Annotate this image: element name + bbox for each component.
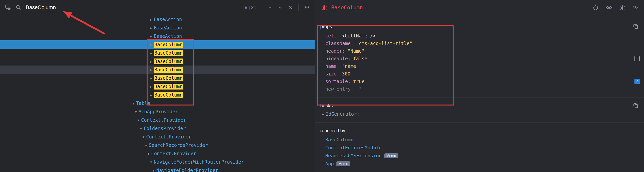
chevron-right-icon[interactable]: ▸ xyxy=(148,51,154,55)
rendered-by-item[interactable]: BaseColumn xyxy=(325,136,644,144)
chevron-down-icon[interactable]: ▾ xyxy=(148,160,154,164)
components-tree-panel: 8 | 21 ⚙ ▸ xyxy=(0,0,315,172)
search-input[interactable] xyxy=(24,4,242,10)
tree-row[interactable]: ▾ SearchRecordsProvider xyxy=(0,141,315,150)
chevron-down-icon[interactable]: ▾ xyxy=(133,110,138,114)
chevron-down-icon[interactable]: ▾ xyxy=(143,143,149,148)
prop-value[interactable]: <CellName /> xyxy=(342,33,376,38)
chevron-right-icon[interactable]: ▸ xyxy=(148,76,154,80)
tree-row[interactable]: ▾ AcoAppProvider xyxy=(0,108,315,116)
toolbar-divider xyxy=(298,4,299,11)
inspect-dom-button[interactable] xyxy=(605,3,613,12)
chevron-right-icon[interactable]: ▸ xyxy=(148,59,154,64)
tree-row[interactable]: ▸ BaseAction xyxy=(0,32,315,40)
prop-row[interactable]: size: 300 xyxy=(325,70,644,78)
code-brackets-icon xyxy=(632,4,638,10)
rendered-by-header: rendered by xyxy=(315,126,644,135)
react-devtools-window: 8 | 21 ⚙ ▸ xyxy=(0,0,644,172)
tree-row[interactable]: ▸ BaseColumn xyxy=(0,82,315,91)
selected-component-title: BaseColumn xyxy=(331,4,363,10)
component-details-panel: BaseColumn xyxy=(315,0,644,172)
prop-key: size: xyxy=(325,71,339,77)
tree-row[interactable]: ▸ BaseAction xyxy=(0,15,315,24)
component-name: Context.Provider xyxy=(146,134,191,140)
chevron-down-icon[interactable]: ▾ xyxy=(146,152,151,156)
tree-row-selected[interactable]: ▸ BaseColumn xyxy=(0,40,315,49)
gear-icon: ⚙ xyxy=(304,4,310,10)
tree-row[interactable]: ▾ FoldersProvider xyxy=(0,124,315,132)
prop-value[interactable]: false xyxy=(353,56,367,62)
component-name-match: BaseColumn xyxy=(154,92,183,98)
tree-row[interactable]: ▸ BaseColumn xyxy=(0,57,315,66)
owner-name[interactable]: HeadlessCMSExtension xyxy=(325,153,382,158)
tree-row[interactable]: ▾ Context.Provider xyxy=(0,150,315,158)
hook-row[interactable]: ▸ IdGenerator: xyxy=(315,110,644,118)
rendered-by-item[interactable]: App Memo xyxy=(325,160,644,168)
error-bug-icon xyxy=(320,3,328,12)
tree-toolbar: 8 | 21 ⚙ xyxy=(0,0,315,15)
prop-value[interactable]: "" xyxy=(356,86,362,92)
component-name: Context.Provider xyxy=(151,151,196,156)
prop-row[interactable]: name: "name" xyxy=(325,62,644,70)
chevron-right-icon[interactable]: ▸ xyxy=(148,17,154,22)
prop-key: cell: xyxy=(325,33,339,38)
chevron-right-icon[interactable]: ▸ xyxy=(148,93,154,97)
prop-value[interactable]: "name" xyxy=(342,64,359,69)
prop-row[interactable]: className: "cms-aco-list-title" xyxy=(325,40,644,47)
chevron-right-icon[interactable]: ▸ xyxy=(148,84,154,89)
timing-button[interactable] xyxy=(591,3,600,12)
chevron-down-icon[interactable]: ▾ xyxy=(141,135,146,139)
prop-row-new-entry[interactable]: new entry: "" xyxy=(325,85,644,93)
rendered-by-section: rendered by BaseColumn ContentEntriesMod… xyxy=(315,123,644,172)
next-match-button[interactable] xyxy=(276,3,284,12)
owner-name[interactable]: App xyxy=(325,161,334,166)
checkbox-checked[interactable]: ✓ xyxy=(634,79,640,84)
prop-row[interactable]: sortable: true ✓ xyxy=(325,78,644,85)
inspect-element-button[interactable] xyxy=(4,3,12,12)
owner-name[interactable]: ContentEntriesModule xyxy=(325,145,382,150)
owner-name[interactable]: BaseColumn xyxy=(325,137,354,142)
tree-row-hovered[interactable]: ▸ BaseColumn xyxy=(0,66,315,74)
bug-icon xyxy=(619,4,625,10)
tree-row[interactable]: ▾ Context.Provider xyxy=(0,116,315,124)
memo-badge: Memo xyxy=(384,153,398,158)
prop-key: sortable: xyxy=(325,79,351,84)
settings-button[interactable]: ⚙ xyxy=(303,3,311,12)
checkbox-unchecked[interactable] xyxy=(634,56,640,61)
chevron-down-icon[interactable]: ▾ xyxy=(136,118,141,122)
prop-value[interactable]: "cms-aco-list-title" xyxy=(356,41,412,46)
chevron-right-icon[interactable]: ▸ xyxy=(321,112,326,116)
copy-hooks-button[interactable] xyxy=(632,102,640,110)
rendered-by-item[interactable]: HeadlessCMSExtension Memo xyxy=(325,152,644,160)
chevron-right-icon[interactable]: ▸ xyxy=(148,26,154,30)
tree-row[interactable]: ▾ NavigateFolderProvider xyxy=(0,166,315,172)
inspect-element-icon xyxy=(5,4,12,11)
chevron-right-icon[interactable]: ▸ xyxy=(148,42,154,47)
prop-row[interactable]: cell: <CellName /> xyxy=(325,32,644,40)
chevron-down-icon[interactable]: ▾ xyxy=(151,168,156,172)
prop-key: hideable: xyxy=(325,56,351,62)
copy-props-button[interactable] xyxy=(632,22,640,31)
tree-row[interactable]: ▸ BaseAction xyxy=(0,24,315,32)
clear-search-button[interactable] xyxy=(286,3,294,12)
tree-row[interactable]: ▾ Context.Provider xyxy=(0,132,315,141)
chevron-right-icon[interactable]: ▸ xyxy=(148,34,154,38)
tree-row[interactable]: ▸ BaseColumn xyxy=(0,91,315,99)
chevron-down-icon[interactable]: ▾ xyxy=(130,101,136,106)
prev-match-button[interactable] xyxy=(266,3,274,12)
prop-value[interactable]: "Name" xyxy=(348,48,364,54)
view-source-button[interactable] xyxy=(631,3,640,12)
rendered-by-item[interactable]: ContentEntriesModule xyxy=(325,144,644,152)
tree-row[interactable]: ▸ BaseColumn xyxy=(0,74,315,82)
log-data-button[interactable] xyxy=(618,3,626,12)
tree-row[interactable]: ▸ BaseColumn xyxy=(0,49,315,57)
prop-row[interactable]: hideable: false xyxy=(325,55,644,62)
prop-value[interactable]: 300 xyxy=(342,71,350,77)
tree-row[interactable]: ▾ Table xyxy=(0,99,315,108)
chevron-down-icon[interactable]: ▾ xyxy=(138,126,144,131)
prop-value[interactable]: true xyxy=(353,79,364,84)
tree-row[interactable]: ▾ NavigateFolderWithRouterProvider xyxy=(0,158,315,166)
chevron-right-icon[interactable]: ▸ xyxy=(148,68,154,72)
prop-row[interactable]: header: "Name" xyxy=(325,47,644,55)
component-tree: ▸ BaseAction ▸ BaseAction ▸ BaseAction ▸… xyxy=(0,15,315,172)
